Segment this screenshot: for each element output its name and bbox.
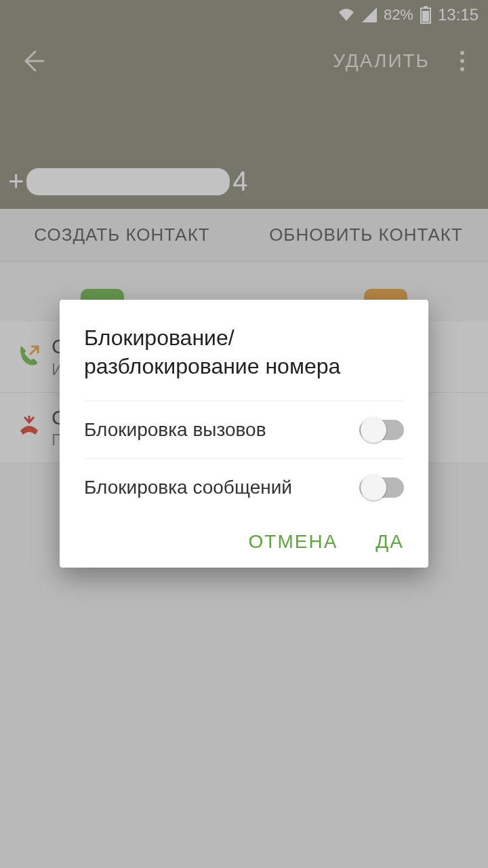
block-calls-label: Блокировка вызовов	[84, 419, 266, 441]
cancel-button[interactable]: ОТМЕНА	[249, 531, 338, 553]
dialog-title: Блокирование/ разблокирование номера	[84, 324, 404, 380]
block-messages-row[interactable]: Блокировка сообщений	[84, 458, 404, 516]
block-calls-row[interactable]: Блокировка вызовов	[84, 401, 404, 458]
block-messages-toggle[interactable]	[359, 477, 404, 498]
block-number-dialog: Блокирование/ разблокирование номера Бло…	[60, 300, 428, 568]
block-messages-label: Блокировка сообщений	[84, 477, 292, 498]
ok-button[interactable]: ДА	[375, 531, 404, 553]
block-calls-toggle[interactable]	[359, 420, 404, 440]
dialog-actions: ОТМЕНА ДА	[84, 516, 404, 553]
